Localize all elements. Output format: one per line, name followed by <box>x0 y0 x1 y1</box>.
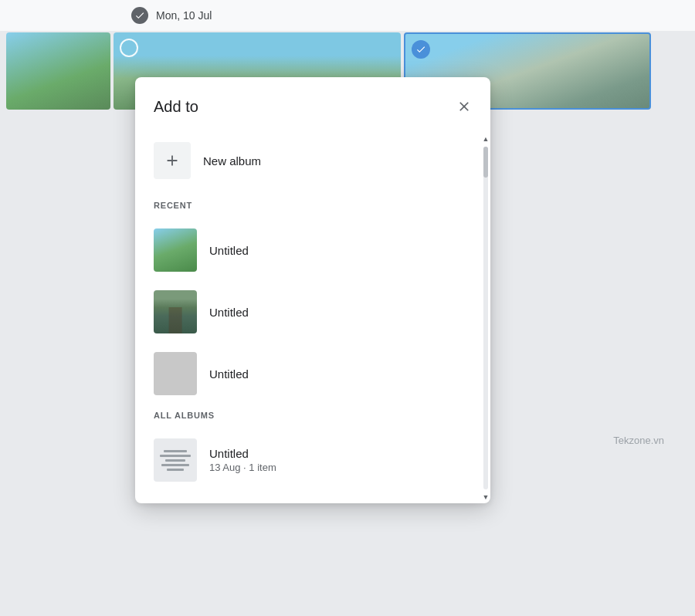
modal-title: Add to <box>154 98 198 116</box>
album-name-2: Untitled <box>209 306 249 319</box>
doc-line-2 <box>160 455 191 457</box>
thumb-road-2 <box>154 290 197 333</box>
modal-body: New album RECENT Untitled Untitled <box>135 133 490 503</box>
doc-line-5 <box>167 469 184 471</box>
new-album-label: New album <box>203 154 261 168</box>
album-thumb-3 <box>154 352 197 395</box>
scroll-track <box>483 147 488 489</box>
thumb-green-1 <box>154 228 197 272</box>
new-album-row[interactable]: New album <box>135 133 490 195</box>
scroll-down-arrow[interactable]: ▼ <box>481 491 490 503</box>
plus-icon <box>154 142 191 179</box>
select-check-icon <box>412 40 430 59</box>
all-albums-section-header: ALL ALBUMS <box>135 404 490 429</box>
all-album-meta-1: 13 Aug · 1 item <box>209 462 276 473</box>
album-info-all-1: Untitled 13 Aug · 1 item <box>209 447 276 473</box>
album-name-3: Untitled <box>209 367 249 381</box>
thumb-doc-1 <box>154 438 197 482</box>
add-to-modal: Add to New album RECENT <box>135 77 490 503</box>
date-check-icon <box>131 7 148 24</box>
album-name-1: Untitled <box>209 244 249 257</box>
date-label: Mon, 10 Jul <box>156 9 212 22</box>
doc-line-1 <box>164 450 188 452</box>
bottom-spacer <box>135 491 490 503</box>
date-bar: Mon, 10 Jul <box>0 0 695 31</box>
recent-album-item-3[interactable]: Untitled <box>135 343 490 404</box>
album-thumb-all-1 <box>154 438 197 482</box>
scroll-up-arrow[interactable]: ▲ <box>481 133 490 145</box>
select-circle-icon <box>120 39 138 57</box>
watermark: Tekzone.vn <box>613 435 664 446</box>
album-thumb-1 <box>154 228 197 272</box>
doc-line-4 <box>161 464 188 466</box>
recent-album-item-1[interactable]: Untitled <box>135 219 490 281</box>
modal-scroll-area[interactable]: New album RECENT Untitled Untitled <box>135 133 490 503</box>
all-albums-item-1[interactable]: Untitled 13 Aug · 1 item <box>135 429 490 491</box>
photo-thumb-1[interactable] <box>6 32 110 110</box>
modal-scrollbar[interactable]: ▲ ▼ <box>481 133 490 503</box>
recent-album-item-2[interactable]: Untitled <box>135 281 490 343</box>
recent-section-header: RECENT <box>135 195 490 219</box>
close-button[interactable] <box>450 93 478 120</box>
album-thumb-2 <box>154 290 197 333</box>
doc-line-3 <box>165 459 185 462</box>
scroll-thumb <box>483 147 488 178</box>
all-album-name-1: Untitled <box>209 447 276 460</box>
thumb-gray-3 <box>154 352 197 395</box>
modal-header: Add to <box>135 77 490 133</box>
